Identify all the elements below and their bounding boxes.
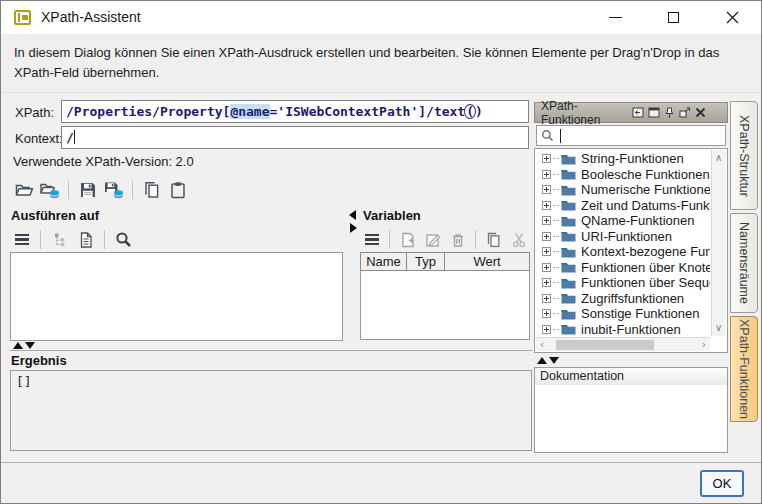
tree-item[interactable]: URI-Funktionen — [536, 229, 710, 245]
splitter-collapse-right-icon[interactable] — [350, 223, 357, 233]
tree-connector — [553, 267, 559, 268]
kontext-input[interactable]: / — [61, 126, 529, 149]
xpath-input[interactable]: /Properties/Property[@name='ISWebContext… — [61, 100, 529, 123]
ok-button[interactable]: OK — [700, 470, 744, 497]
folder-icon — [561, 230, 576, 242]
expand-icon[interactable] — [542, 294, 551, 303]
collapse-down-icon[interactable] — [549, 357, 559, 364]
tree-connector — [553, 329, 559, 330]
xpath-version-text: Verwendete XPath-Version: 2.0 — [13, 154, 194, 169]
folder-icon — [561, 215, 576, 227]
horizontal-scrollbar[interactable]: ‹ › — [536, 337, 710, 351]
expand-icon[interactable] — [542, 263, 551, 272]
expand-icon[interactable] — [542, 232, 551, 241]
tab-namensraeume[interactable]: Namensräume — [730, 213, 758, 313]
documentation-panel: Dokumentation — [534, 367, 728, 453]
folder-icon — [561, 323, 576, 335]
folder-icon — [561, 246, 576, 258]
folder-icon — [561, 184, 576, 196]
tree-item[interactable]: Funktionen über Sequenzen — [536, 275, 710, 291]
text-caret — [74, 130, 75, 144]
save-xpath-icon[interactable] — [77, 179, 98, 200]
cut-icon[interactable] — [508, 229, 529, 250]
expand-icon[interactable] — [542, 325, 551, 334]
minimize-icon — [609, 17, 622, 18]
variables-table: Name Typ Wert — [360, 252, 530, 340]
expand-icon[interactable] — [542, 170, 551, 179]
tree-item[interactable]: Boolesche Funktionen — [536, 167, 710, 183]
folder-icon — [561, 153, 576, 165]
tree-item[interactable]: String-Funktionen — [536, 151, 710, 167]
float-panel-icon[interactable] — [679, 107, 691, 118]
tab-xpath-funktionen[interactable]: XPath-Funktionen — [730, 316, 758, 422]
variables-table-header: Name Typ Wert — [360, 252, 530, 271]
menu-icon[interactable] — [361, 229, 382, 250]
variables-table-body[interactable] — [360, 271, 530, 340]
paste-icon[interactable] — [167, 179, 188, 200]
tree-item[interactable]: Numerische Funktionen — [536, 182, 710, 198]
close-panel-icon[interactable] — [695, 107, 706, 118]
tree-item[interactable]: Zugriffsfunktionen — [536, 291, 710, 307]
tree-connector — [553, 189, 559, 190]
expand-icon[interactable] — [542, 201, 551, 210]
delete-variable-icon[interactable] — [447, 229, 468, 250]
vertical-scrollbar[interactable]: ∧ ∨ — [711, 150, 726, 336]
close-icon — [726, 11, 739, 24]
save-xpath-repository-icon[interactable] — [103, 179, 124, 200]
maximize-button[interactable] — [650, 1, 696, 34]
column-header-name[interactable]: Name — [360, 252, 407, 271]
search-icon[interactable] — [113, 229, 134, 250]
expand-icon[interactable] — [542, 278, 551, 287]
open-xpath-icon[interactable] — [13, 179, 34, 200]
scroll-down-icon[interactable]: ∨ — [715, 323, 722, 333]
collapse-down-icon[interactable] — [25, 342, 35, 349]
scroll-right-icon[interactable]: › — [702, 340, 706, 350]
minimize-button[interactable] — [592, 1, 638, 34]
tree-item[interactable]: Kontext-bezogene Funktionen — [536, 244, 710, 260]
edit-variable-icon[interactable] — [422, 229, 443, 250]
scrollbar-thumb[interactable] — [556, 340, 654, 350]
horizontal-splitter[interactable] — [10, 350, 532, 351]
collapse-up-icon[interactable] — [13, 342, 23, 349]
expand-icon[interactable] — [542, 309, 551, 318]
document-view-icon[interactable] — [75, 229, 96, 250]
open-xpath-repository-icon[interactable] — [39, 179, 60, 200]
dock-panel-icon[interactable] — [632, 107, 644, 118]
tree-item[interactable]: Zeit und Datums-Funktionen — [536, 198, 710, 214]
collapse-up-icon[interactable] — [537, 357, 547, 364]
kontext-label: Kontext: — [15, 131, 63, 146]
tree-connector — [553, 236, 559, 237]
app-icon — [14, 10, 31, 25]
scroll-up-icon[interactable]: ∧ — [715, 153, 722, 163]
pin-panel-icon[interactable] — [664, 107, 675, 119]
expand-icon[interactable] — [542, 154, 551, 163]
variables-panel-toolbar — [361, 229, 554, 250]
menu-icon[interactable] — [11, 229, 32, 250]
close-button[interactable] — [709, 1, 755, 34]
execute-on-list[interactable] — [10, 252, 343, 341]
expand-icon[interactable] — [542, 247, 551, 256]
window-title: XPath-Assistent — [41, 9, 141, 25]
copy-icon[interactable] — [141, 179, 162, 200]
highlighted-token: @name — [230, 104, 269, 119]
scroll-left-icon[interactable]: ‹ — [540, 340, 544, 350]
expand-icon[interactable] — [542, 216, 551, 225]
column-header-wert[interactable]: Wert — [445, 252, 530, 271]
column-header-typ[interactable]: Typ — [407, 252, 445, 271]
splitter-collapse-left-icon[interactable] — [349, 210, 356, 220]
add-variable-icon[interactable] — [397, 229, 418, 250]
tree-connector — [553, 251, 559, 252]
tree-item[interactable]: Sonstige Funktionen — [536, 306, 710, 322]
tree-view-icon[interactable] — [49, 229, 70, 250]
tree-connector — [553, 158, 559, 159]
tab-xpath-struktur[interactable]: XPath-Struktur — [730, 101, 758, 210]
tree-item[interactable]: Funktionen über Knoten — [536, 260, 710, 276]
tree-connector — [553, 205, 559, 206]
tree-item[interactable]: QName-Funktionen — [536, 213, 710, 229]
copy-icon[interactable] — [483, 229, 504, 250]
functions-search-input[interactable] — [536, 125, 726, 146]
expand-icon[interactable] — [542, 185, 551, 194]
tree-item[interactable]: inubit-Funktionen — [536, 322, 710, 337]
maximize-panel-icon[interactable] — [648, 107, 660, 118]
tree-connector — [553, 313, 559, 314]
